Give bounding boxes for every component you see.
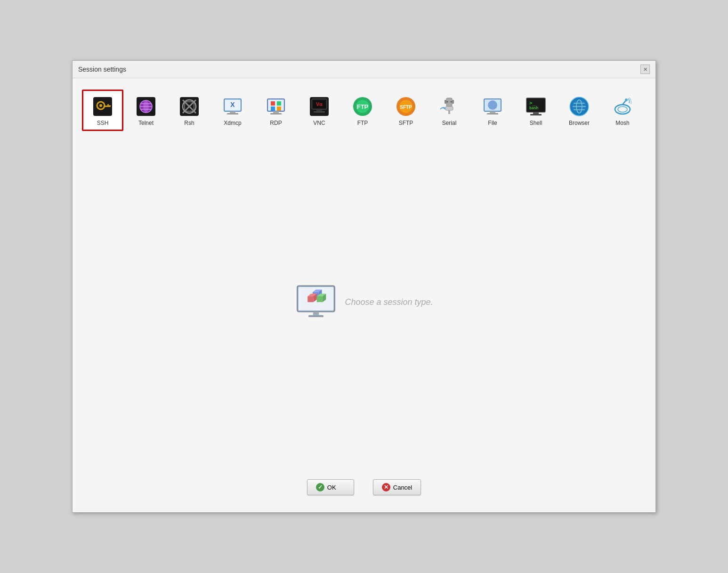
file-label: File — [488, 120, 497, 126]
session-item-file[interactable]: File — [472, 90, 513, 131]
session-item-vnc[interactable]: Vα VNC — [299, 90, 340, 131]
session-types-list: SSH Telnet — [80, 86, 648, 135]
session-item-telnet[interactable]: Telnet — [125, 90, 167, 131]
serial-icon — [438, 95, 461, 118]
svg-rect-30 — [270, 113, 282, 115]
ok-label: OK — [327, 484, 336, 491]
svg-marker-79 — [317, 296, 323, 302]
svg-rect-58 — [533, 112, 539, 114]
svg-rect-29 — [273, 111, 279, 113]
xdmcp-label: Xdmcp — [224, 120, 241, 126]
svg-rect-27 — [271, 106, 275, 111]
mosh-icon — [611, 95, 634, 118]
svg-point-68 — [618, 106, 627, 112]
session-item-mosh[interactable]: Mosh — [602, 90, 643, 131]
svg-rect-36 — [314, 111, 325, 113]
svg-text:FTP: FTP — [357, 103, 369, 110]
svg-rect-25 — [271, 101, 275, 106]
ftp-label: FTP — [357, 120, 368, 126]
monitor-placeholder-icon — [295, 284, 337, 321]
button-row: ✓ OK ✕ Cancel — [80, 470, 648, 505]
sftp-icon: SFTP — [395, 95, 417, 118]
cancel-label: Cancel — [393, 484, 412, 491]
svg-rect-52 — [490, 111, 495, 113]
svg-point-48 — [447, 101, 448, 103]
svg-rect-35 — [316, 109, 322, 111]
session-item-sftp[interactable]: SFTP SFTP — [385, 90, 427, 131]
file-icon — [481, 95, 504, 118]
svg-rect-47 — [448, 110, 450, 114]
svg-rect-21 — [230, 111, 235, 113]
session-item-ssh[interactable]: SSH — [82, 90, 123, 131]
session-item-ftp[interactable]: FTP FTP — [342, 90, 383, 131]
svg-point-51 — [488, 100, 497, 110]
close-button[interactable]: ✕ — [640, 65, 650, 74]
svg-text:X: X — [230, 101, 235, 108]
ssh-label: SSH — [97, 120, 109, 126]
svg-point-2 — [99, 104, 102, 107]
svg-point-67 — [615, 105, 630, 114]
dialog-title: Session settings — [78, 65, 126, 73]
vnc-icon: Vα — [308, 95, 331, 118]
ok-icon: ✓ — [316, 483, 324, 491]
session-item-xdmcp[interactable]: X Xdmcp — [212, 90, 253, 131]
svg-rect-83 — [308, 315, 324, 317]
svg-rect-24 — [268, 100, 283, 110]
rsh-label: Rsh — [184, 120, 194, 126]
rdp-label: RDP — [270, 120, 282, 126]
svg-rect-46 — [445, 106, 453, 110]
svg-text:Vα: Vα — [316, 101, 323, 107]
placeholder-container: Choose a session type. — [295, 284, 433, 321]
session-item-rsh[interactable]: Rsh — [169, 90, 210, 131]
svg-rect-3 — [104, 106, 110, 107]
svg-rect-45 — [452, 100, 454, 104]
telnet-label: Telnet — [138, 120, 154, 126]
svg-rect-82 — [313, 311, 319, 315]
session-item-rdp[interactable]: RDP — [255, 90, 297, 131]
sftp-label: SFTP — [399, 120, 413, 126]
svg-rect-28 — [277, 106, 281, 111]
browser-icon — [568, 95, 590, 118]
cancel-icon: ✕ — [382, 483, 390, 491]
svg-rect-22 — [227, 113, 238, 115]
session-item-browser[interactable]: Browser — [558, 90, 600, 131]
xdmcp-icon: X — [221, 95, 244, 118]
svg-rect-59 — [530, 114, 542, 115]
svg-point-70 — [625, 98, 628, 101]
ssh-icon — [91, 95, 114, 118]
browser-label: Browser — [569, 120, 590, 126]
svg-rect-26 — [277, 101, 281, 106]
dialog-body: SSH Telnet — [73, 78, 655, 512]
title-bar: Session settings ✕ — [73, 61, 655, 78]
ftp-icon: FTP — [351, 95, 374, 118]
ok-button[interactable]: ✓ OK — [307, 479, 354, 495]
svg-text:bash: bash — [529, 106, 538, 110]
rdp-icon — [265, 95, 287, 118]
content-area: Choose a session type. — [80, 135, 648, 470]
mosh-label: Mosh — [615, 120, 629, 126]
shell-icon: >_ bash — [525, 95, 547, 118]
shell-label: Shell — [530, 120, 542, 126]
svg-rect-5 — [109, 105, 111, 107]
placeholder-text: Choose a session type. — [345, 297, 433, 307]
svg-point-49 — [451, 101, 452, 103]
cancel-button[interactable]: ✕ Cancel — [373, 479, 421, 495]
serial-label: Serial — [442, 120, 457, 126]
svg-marker-76 — [308, 296, 314, 302]
svg-text:SFTP: SFTP — [400, 105, 412, 110]
svg-text:>_: >_ — [529, 100, 536, 106]
rsh-icon — [178, 95, 201, 118]
svg-rect-53 — [487, 113, 498, 115]
session-settings-dialog: Session settings ✕ SSH — [72, 60, 656, 513]
vnc-label: VNC — [313, 120, 325, 126]
svg-rect-44 — [445, 100, 446, 104]
session-item-serial[interactable]: Serial — [429, 90, 470, 131]
session-item-shell[interactable]: >_ bash Shell — [515, 90, 557, 131]
svg-rect-4 — [107, 104, 109, 106]
telnet-icon — [135, 95, 157, 118]
